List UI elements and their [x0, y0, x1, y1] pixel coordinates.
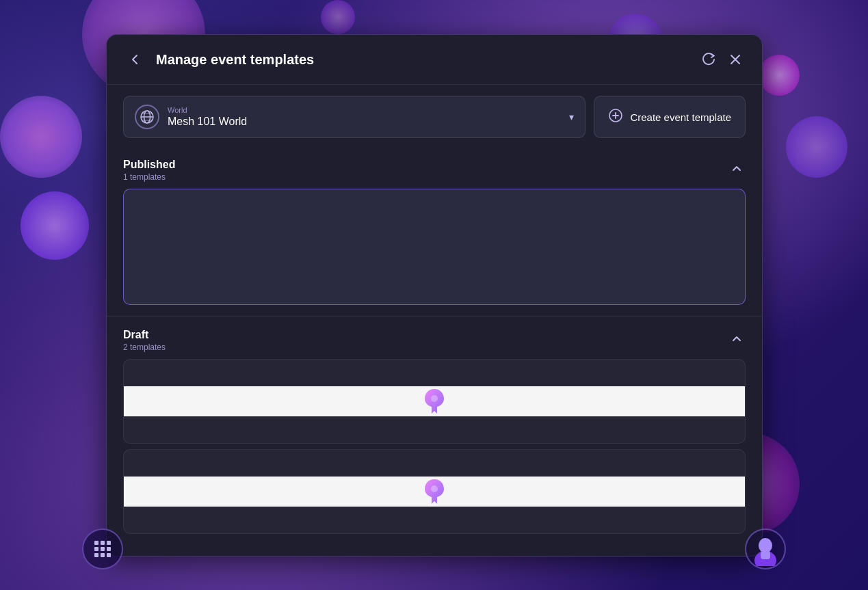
svg-rect-2	[761, 551, 770, 559]
refresh-button[interactable]	[698, 49, 720, 70]
section-divider	[107, 316, 762, 317]
world-name: Mesh 101 World	[168, 116, 561, 128]
modal-title: Manage event templates	[156, 52, 689, 68]
template-info: All hands meeting template Published Dat…	[745, 189, 746, 304]
draft-templates-list: Test template Draft Date modified: 10/4/…	[107, 359, 762, 542]
create-button-label: Create event template	[630, 111, 731, 123]
template-thumbnail-mesh	[124, 386, 745, 416]
avatar-icon	[748, 532, 782, 566]
published-count: 1 templates	[123, 172, 175, 182]
template-thumbnail-mesh	[124, 477, 745, 507]
grid-icon	[94, 541, 111, 557]
svg-point-0	[759, 538, 772, 553]
world-info: World Mesh 101 World	[168, 106, 561, 128]
chevron-up-icon	[731, 163, 743, 175]
avatar-button[interactable]	[745, 528, 786, 569]
back-button[interactable]	[123, 50, 148, 69]
decoration-blob	[321, 0, 355, 34]
draft-title: Draft	[123, 329, 166, 341]
chevron-up-icon	[731, 333, 743, 345]
template-item[interactable]: Alex's template Draft Date modified: 9/2…	[123, 449, 746, 534]
draft-title-group: Draft 2 templates	[123, 329, 166, 352]
world-selector[interactable]: World Mesh 101 World ▾	[123, 96, 586, 138]
plus-circle-icon	[608, 108, 623, 126]
published-collapse-button[interactable]	[728, 160, 746, 180]
create-event-template-button[interactable]: Create event template	[594, 96, 746, 138]
published-title-group: Published 1 templates	[123, 159, 175, 182]
modal-footer	[107, 542, 762, 556]
globe-icon	[135, 105, 159, 129]
refresh-icon	[702, 53, 715, 66]
manage-templates-modal: Manage event templates	[106, 34, 763, 557]
decoration-blob	[0, 96, 82, 178]
close-button[interactable]	[725, 49, 746, 70]
draft-collapse-button[interactable]	[728, 330, 746, 351]
template-info: Alex's template Draft Date modified: 9/2…	[745, 450, 746, 533]
apps-button[interactable]	[82, 528, 123, 569]
template-item[interactable]: Test template Draft Date modified: 10/4/…	[123, 359, 746, 444]
svg-point-22	[431, 395, 438, 402]
published-section-header: Published 1 templates	[107, 149, 762, 189]
header-actions	[698, 49, 746, 70]
world-label: World	[168, 106, 561, 114]
published-templates-list: All hands meeting template Published Dat…	[107, 189, 762, 313]
world-row: World Mesh 101 World ▾ Create event temp…	[107, 85, 762, 149]
chevron-down-icon: ▾	[569, 111, 574, 122]
draft-section-header: Draft 2 templates	[107, 319, 762, 359]
published-title: Published	[123, 159, 175, 171]
template-item[interactable]: All hands meeting template Published Dat…	[123, 189, 746, 305]
decoration-blob	[786, 116, 847, 178]
svg-point-29	[431, 485, 438, 492]
close-icon	[729, 53, 741, 66]
mesh-logo-svg	[419, 386, 449, 416]
draft-count: 2 templates	[123, 343, 166, 352]
template-info: Test template Draft Date modified: 10/4/…	[745, 360, 746, 443]
decoration-blob	[759, 55, 800, 96]
mesh-logo-svg	[419, 477, 449, 507]
modal-header: Manage event templates	[107, 35, 762, 85]
back-icon	[129, 53, 142, 66]
decoration-blob	[21, 191, 89, 260]
